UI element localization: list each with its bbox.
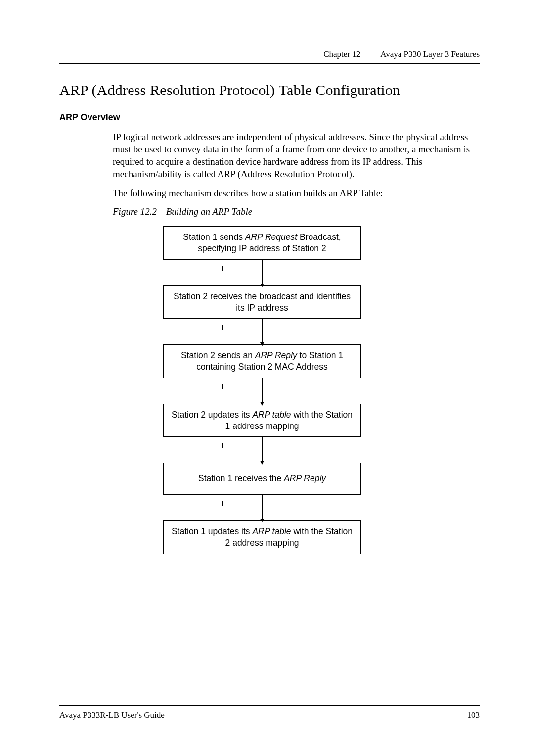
- flow-em: ARP Request: [245, 232, 297, 242]
- arrow-down-icon: [260, 519, 264, 522]
- flow-em: ARP table: [252, 410, 291, 420]
- flow-em: ARP Reply: [284, 473, 326, 483]
- arrow-down-icon: [260, 342, 264, 346]
- chapter-label: Chapter 12: [323, 49, 360, 59]
- running-head: Chapter 12 Avaya P330 Layer 3 Features: [59, 49, 480, 59]
- flow-text: Station 1 updates its: [172, 526, 252, 536]
- page-number: 103: [467, 710, 480, 720]
- figure-caption: Figure 12.2 Building an ARP Table: [113, 206, 480, 217]
- flow-node: Station 2 updates its ARP table with the…: [163, 404, 361, 437]
- flow-connector: [163, 260, 361, 285]
- chapter-title: Avaya P330 Layer 3 Features: [380, 49, 480, 59]
- flow-connector: [163, 437, 361, 463]
- figure-title: Building an ARP Table: [166, 206, 252, 217]
- flow-text: Station 2 updates its: [172, 410, 252, 420]
- paragraph: The following mechanism describes how a …: [113, 187, 480, 199]
- figure-number: Figure 12.2: [113, 206, 157, 217]
- flow-node: Station 1 sends ARP Request Broadcast, s…: [163, 226, 361, 260]
- flow-node: Station 1 receives the ARP Reply: [163, 463, 361, 495]
- flow-text: Station 1 receives the: [198, 473, 284, 483]
- footer-rule: [59, 705, 480, 706]
- flow-connector: [163, 319, 361, 344]
- flowchart: Station 1 sends ARP Request Broadcast, s…: [163, 226, 371, 554]
- footer-book-title: Avaya P333R-LB User's Guide: [59, 710, 165, 720]
- body-text: IP logical network addresses are indepen…: [113, 131, 480, 199]
- flow-node: Station 2 sends an ARP Reply to Station …: [163, 344, 361, 378]
- flow-node: Station 2 receives the broadcast and ide…: [163, 285, 361, 319]
- paragraph: IP logical network addresses are indepen…: [113, 131, 480, 180]
- subsection-heading: ARP Overview: [59, 112, 480, 123]
- arrow-down-icon: [260, 461, 264, 465]
- flow-text: Station 2 receives the broadcast and ide…: [174, 291, 351, 313]
- arrow-down-icon: [260, 402, 264, 406]
- flow-connector: [163, 495, 361, 520]
- flow-text: Station 2 sends an: [181, 350, 255, 360]
- section-title: ARP (Address Resolution Protocol) Table …: [59, 82, 480, 98]
- flow-text: Station 1 sends: [183, 232, 245, 242]
- arrow-down-icon: [260, 284, 264, 287]
- flow-em: ARP Reply: [255, 350, 297, 360]
- page-footer: Avaya P333R-LB User's Guide 103: [59, 705, 480, 720]
- flow-connector: [163, 378, 361, 404]
- flow-em: ARP table: [252, 526, 291, 536]
- flow-node: Station 1 updates its ARP table with the…: [163, 520, 361, 554]
- header-rule: [59, 63, 480, 64]
